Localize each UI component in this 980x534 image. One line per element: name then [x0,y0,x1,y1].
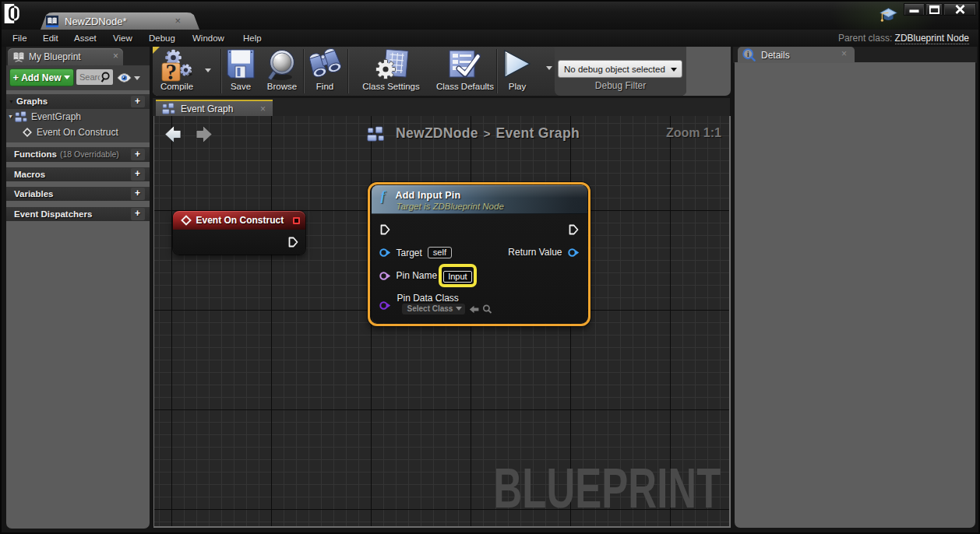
my-blueprint-tab-title: My Blueprint [29,51,81,62]
nav-back-icon[interactable] [164,125,182,144]
event-graph-tab[interactable]: Event Graph × [156,100,273,117]
asset-tab[interactable]: NewZDNode* × [41,12,199,30]
details-tab[interactable]: i Details × [738,47,855,63]
breadcrumb-graph[interactable]: Event Graph [496,125,580,142]
use-selected-arrow-icon[interactable] [469,305,479,314]
asset-tab-title: NewZDNode* [65,16,126,27]
minimize-button[interactable] [904,3,925,16]
menu-debug[interactable]: Debug [149,33,175,43]
node-subtitle: Target is ZDBlueprint Node [397,202,504,211]
target-pin[interactable] [379,248,391,258]
target-self-box[interactable]: self [428,247,452,258]
pin-name-pin[interactable] [379,271,391,281]
add-variable-button[interactable]: + [131,188,145,200]
return-value-pin[interactable] [568,248,580,258]
exec-output-pin[interactable] [288,237,298,248]
chevron-down-icon [64,76,70,79]
node-header: Event On Construct [173,211,305,230]
target-pin-label: Target [397,248,422,258]
section-event-dispatchers-label: Event Dispatchers [14,209,92,219]
debug-object-select[interactable]: No debug object selected [558,60,682,78]
zoom-level: Zoom 1:1 [666,126,721,140]
play-label[interactable]: Play [494,82,541,91]
node-add-input-pin[interactable]: f Add Input Pin Target is ZDBlueprint No… [372,185,587,323]
tree-item-event-on-construct[interactable]: Event On Construct [22,127,118,138]
node-title: Event On Construct [196,215,284,226]
section-variables[interactable]: Variables + [6,187,150,202]
chevron-down-icon[interactable] [134,76,140,80]
pin-row-pin-name: Pin Name Input [379,264,477,287]
node-title: Add Input Pin [396,190,461,201]
compile-label[interactable]: Compile [153,82,200,91]
compile-options-caret[interactable] [205,69,211,72]
select-class-dropdown[interactable]: Select Class [402,304,466,314]
search-input[interactable]: Search [76,69,113,85]
class-settings-icon[interactable] [373,48,411,83]
pin-name-input[interactable]: Input [443,271,471,283]
minimize-icon [909,5,919,13]
menu-file[interactable]: File [12,33,27,43]
menu-asset[interactable]: Asset [74,33,97,43]
add-function-button[interactable]: + [131,149,145,161]
tutorials-icon[interactable] [880,8,897,23]
details-tab-close-icon[interactable]: × [841,48,847,59]
debug-filter-label: Debug Filter [555,80,686,91]
selection-ring: f Add Input Pin Target is ZDBlueprint No… [368,182,590,326]
exec-input-pin[interactable] [380,224,390,235]
my-blueprint-tab[interactable]: My Blueprint × [8,48,123,65]
add-macro-button[interactable]: + [131,168,145,181]
play-options-caret[interactable] [546,66,552,70]
graph-canvas[interactable]: BLUEPRINT NewZDNode > Event Graph Zoom 1… [153,116,731,528]
menu-help[interactable]: Help [243,33,262,43]
tree-item-eventgraph[interactable]: ▼ EventGraph [8,111,81,122]
menu-window[interactable]: Window [192,33,224,43]
play-icon[interactable] [502,49,532,80]
app-window: NewZDNode* × File Edit [0,0,980,534]
menu-view[interactable]: View [113,33,132,43]
section-functions-label: Functions [14,149,57,159]
section-graphs[interactable]: ▼ Graphs + [6,94,150,109]
svg-text:i: i [747,51,749,58]
save-label[interactable]: Save [217,82,264,91]
menu-edit[interactable]: Edit [43,33,58,43]
pin-data-class-pin[interactable] [379,300,391,311]
chevron-down-icon [671,68,677,72]
breadcrumb-asset[interactable]: NewZDNode [396,125,478,142]
parent-class-link[interactable]: ZDBlueprint Node [895,33,969,44]
graphs-tree: ▼ EventGraph Event On Construct [6,109,150,143]
svg-text:?: ? [166,59,178,82]
compile-icon[interactable]: ? [158,48,200,82]
event-graph-tab-close-icon[interactable]: × [260,104,266,114]
find-icon[interactable] [308,48,343,82]
visibility-eye-icon[interactable] [117,73,132,83]
class-defaults-icon[interactable] [443,48,481,83]
nav-forward-icon[interactable] [196,125,213,144]
exec-output-pin[interactable] [569,224,579,235]
add-new-label: Add New [21,72,61,83]
browse-class-icon[interactable] [482,304,492,314]
browse-icon[interactable] [263,48,300,83]
pin-row-return: Return Value [508,247,579,258]
my-blueprint-tab-close-icon[interactable]: × [113,51,118,61]
browse-label[interactable]: Browse [259,82,305,91]
class-defaults-label[interactable]: Class Defaults [434,82,496,91]
class-settings-label[interactable]: Class Settings [360,82,422,91]
search-icon [100,72,111,83]
node-event-on-construct[interactable]: Event On Construct [173,211,305,255]
asset-tab-close-icon[interactable]: × [174,15,181,26]
maximize-button[interactable] [925,3,943,16]
add-graph-button[interactable]: + [131,96,145,108]
add-new-button[interactable]: + Add New [9,69,74,86]
section-event-dispatchers[interactable]: Event Dispatchers + [6,207,150,222]
return-value-label: Return Value [508,247,562,258]
event-icon [180,214,192,227]
details-panel [735,62,975,528]
close-button[interactable] [943,3,976,16]
save-icon[interactable] [224,48,257,82]
add-event-dispatcher-button[interactable]: + [131,208,145,220]
section-macros[interactable]: Macros + [6,167,150,182]
expander-icon: ▼ [8,114,13,119]
find-label[interactable]: Find [301,82,348,91]
section-functions[interactable]: Functions (18 Overridable) + [6,147,150,162]
delegate-pin[interactable] [293,217,300,224]
